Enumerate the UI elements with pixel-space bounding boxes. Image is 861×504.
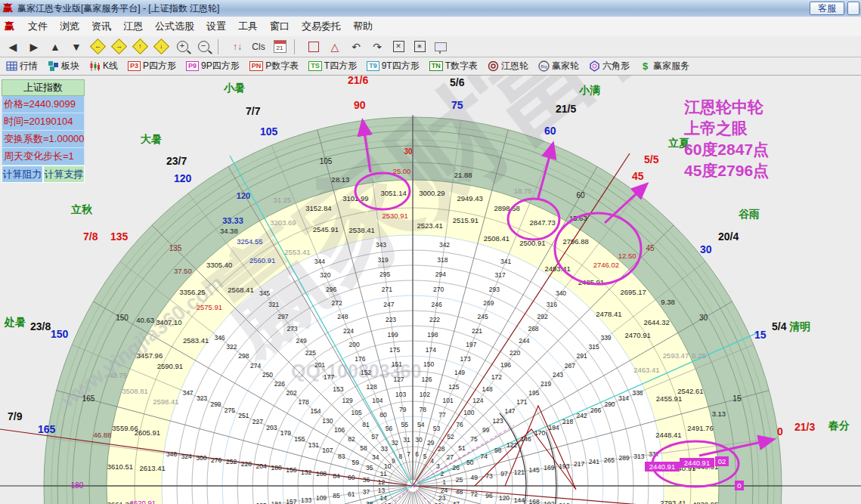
svg-text:107: 107	[322, 447, 333, 454]
triangle-tool-icon[interactable]: △	[327, 39, 343, 54]
svg-text:99: 99	[482, 426, 490, 434]
svg-text:51: 51	[458, 444, 466, 452]
forward-icon[interactable]: ▶	[26, 39, 42, 54]
svg-text:177: 177	[324, 373, 334, 381]
view-button-label: 9P四方形	[201, 60, 240, 73]
svg-text:227: 227	[252, 418, 263, 425]
toolbar-views: 行情板块K线P3P四方形P99P四方形PNP数字表TST四方形T99T四方形TN…	[0, 57, 861, 76]
view-button-0[interactable]: 行情	[6, 60, 38, 73]
view-button-12[interactable]: $赢家服务	[640, 60, 689, 73]
svg-text:270: 270	[433, 286, 444, 293]
svg-text:28: 28	[438, 445, 445, 453]
svg-text:192: 192	[544, 500, 554, 504]
menu-item-8[interactable]: 交易委托	[296, 20, 347, 33]
svg-text:45: 45	[646, 244, 655, 252]
view-button-5[interactable]: PNP数字表	[249, 60, 299, 73]
svg-text:313: 313	[633, 453, 644, 460]
svg-text:179: 179	[280, 429, 291, 437]
svg-text:105: 105	[352, 409, 362, 416]
svg-text:43.75: 43.75	[109, 371, 127, 379]
calc-support-button[interactable]: 计算支撑	[43, 165, 85, 183]
view-button-1[interactable]: 板块	[48, 60, 79, 73]
menu-item-1[interactable]: 浏览	[54, 20, 85, 33]
svg-text:127: 127	[393, 376, 404, 383]
zoom-out-icon[interactable]: −	[195, 39, 212, 54]
svg-text:251: 251	[238, 412, 249, 419]
menu-item-4[interactable]: 公式选股	[149, 20, 200, 33]
menu-item-9[interactable]: 帮助	[347, 20, 379, 33]
customer-service-button[interactable]: 客服	[810, 2, 844, 15]
menu-item-2[interactable]: 资讯	[85, 20, 117, 33]
svg-text:72: 72	[471, 490, 479, 498]
svg-text:18.75: 18.75	[514, 187, 532, 195]
screen-icon[interactable]	[432, 39, 449, 54]
down-icon[interactable]: ▼	[68, 39, 85, 54]
restore-icon[interactable]: ∗	[411, 39, 428, 54]
svg-text:168: 168	[529, 498, 540, 504]
rotate-cw-icon[interactable]: ↷	[369, 39, 386, 54]
view-button-label: 赢家轮	[552, 60, 579, 73]
diamond-right-icon[interactable]: →	[110, 39, 127, 54]
menu-item-5[interactable]: 设置	[200, 20, 232, 33]
svg-text:2523.41: 2523.41	[417, 221, 442, 230]
partial-button[interactable]	[847, 2, 859, 15]
diamond-down-icon[interactable]: ↓	[153, 39, 169, 54]
view-button-7[interactable]: T99T四方形	[367, 60, 420, 73]
svg-text:147: 147	[504, 407, 515, 415]
view-button-11[interactable]: 六角形	[589, 60, 630, 73]
svg-text:204: 204	[256, 462, 267, 470]
zoom-in-icon[interactable]: +	[174, 39, 190, 54]
view-button-label: 江恩轮	[501, 60, 528, 73]
menu-item-6[interactable]: 工具	[232, 20, 264, 33]
svg-text:02: 02	[718, 457, 726, 465]
svg-text:126: 126	[421, 376, 432, 383]
maximize-icon[interactable]: ✕	[390, 39, 407, 54]
svg-text:219: 219	[540, 380, 551, 388]
diamond-left-icon[interactable]: ←	[89, 39, 106, 54]
view-button-9[interactable]: 江恩轮	[488, 60, 528, 73]
cls-button[interactable]: Cls	[250, 39, 267, 54]
svg-text:21/3: 21/3	[794, 421, 815, 433]
svg-text:2440.91: 2440.91	[684, 459, 710, 467]
menu-logo-icon: 赢	[5, 20, 14, 33]
svg-text:199: 199	[388, 331, 398, 339]
rotate-ccw-icon[interactable]: ↶	[348, 39, 364, 54]
updown-arrows-icon[interactable]: ↑↓	[229, 39, 246, 54]
annotation-line: 60度2847点	[684, 139, 769, 160]
view-button-4[interactable]: P99P四方形	[186, 60, 240, 73]
menu-item-7[interactable]: 窗口	[264, 20, 296, 33]
back-icon[interactable]: ◀	[5, 39, 21, 54]
diamond-up-icon[interactable]: ↑	[132, 39, 148, 54]
view-button-10[interactable]: Big赢家轮	[538, 60, 579, 73]
svg-text:24: 24	[441, 487, 448, 494]
svg-text:316: 316	[547, 301, 557, 308]
svg-text:27: 27	[446, 453, 454, 461]
svg-text:247: 247	[383, 301, 394, 308]
svg-text:2515.91: 2515.91	[453, 216, 479, 224]
svg-text:175: 175	[389, 346, 400, 354]
calc-resistance-button[interactable]: 计算阻力	[2, 165, 43, 183]
svg-text:7/8: 7/8	[83, 230, 98, 243]
view-button-6[interactable]: TST四方形	[308, 60, 357, 73]
svg-text:3610.51: 3610.51	[107, 462, 133, 471]
svg-text:150: 150	[51, 328, 69, 340]
view-button-2[interactable]: K线	[89, 60, 118, 73]
svg-text:21/6: 21/6	[348, 76, 368, 86]
view-button-8[interactable]: TNT数字表	[429, 60, 478, 73]
hex-icon	[589, 60, 600, 72]
svg-text:100: 100	[463, 409, 474, 416]
svg-text:106: 106	[334, 426, 345, 434]
view-button-label: T数字表	[445, 60, 478, 73]
square-tool-icon[interactable]	[305, 39, 322, 54]
svg-text:8: 8	[399, 453, 403, 460]
view-button-label: 行情	[20, 60, 38, 73]
svg-text:3356.25: 3356.25	[179, 288, 205, 296]
menu-item-3[interactable]: 江恩	[117, 20, 149, 33]
svg-text:340: 340	[556, 289, 566, 297]
calendar-icon[interactable]: 21	[271, 39, 288, 54]
view-button-3[interactable]: P3P四方形	[128, 60, 176, 73]
up-icon[interactable]: ▲	[47, 39, 63, 54]
menu-item-0[interactable]: 文件	[22, 20, 54, 33]
svg-text:323: 323	[197, 394, 207, 402]
titlebar-buttons: 客服	[810, 2, 861, 15]
